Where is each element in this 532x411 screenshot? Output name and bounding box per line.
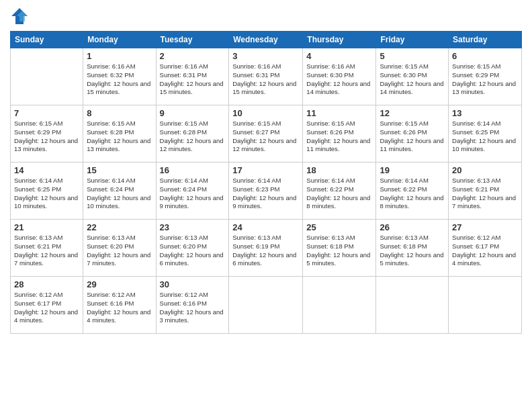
calendar-cell [376,277,449,334]
calendar-cell [11,48,83,105]
day-info: Sunrise: 6:16 AMSunset: 6:31 PMDaylight:… [160,62,226,97]
day-number: 15 [87,165,152,175]
weekday-sunday: Sunday [11,32,83,48]
day-info: Sunrise: 6:14 AMSunset: 6:24 PMDaylight:… [160,177,226,211]
day-info: Sunrise: 6:16 AMSunset: 6:32 PMDaylight:… [87,62,152,97]
day-number: 21 [14,222,79,232]
calendar-cell: 8Sunrise: 6:15 AMSunset: 6:28 PMDaylight… [83,105,156,163]
weekday-friday: Friday [376,32,449,48]
day-number: 26 [380,222,445,232]
page: SundayMondayTuesdayWednesdayThursdayFrid… [0,0,532,411]
day-info: Sunrise: 6:14 AMSunset: 6:22 PMDaylight:… [380,177,445,211]
week-row-1: 1Sunrise: 6:16 AMSunset: 6:32 PMDaylight… [11,48,522,105]
calendar-cell: 27Sunrise: 6:12 AMSunset: 6:17 PMDayligh… [449,220,522,277]
weekday-header-row: SundayMondayTuesdayWednesdayThursdayFrid… [11,32,522,48]
day-info: Sunrise: 6:15 AMSunset: 6:26 PMDaylight:… [380,120,445,154]
day-info: Sunrise: 6:15 AMSunset: 6:29 PMDaylight:… [14,120,79,154]
calendar-cell: 24Sunrise: 6:13 AMSunset: 6:19 PMDayligh… [229,220,303,277]
calendar-cell: 13Sunrise: 6:14 AMSunset: 6:25 PMDayligh… [449,105,522,163]
calendar-cell: 17Sunrise: 6:14 AMSunset: 6:23 PMDayligh… [229,163,303,220]
calendar-cell: 1Sunrise: 6:16 AMSunset: 6:32 PMDaylight… [83,48,156,105]
weekday-saturday: Saturday [449,32,522,48]
day-info: Sunrise: 6:13 AMSunset: 6:19 PMDaylight:… [232,234,299,268]
day-number: 17 [232,165,299,175]
day-info: Sunrise: 6:14 AMSunset: 6:22 PMDaylight:… [306,177,372,211]
day-info: Sunrise: 6:16 AMSunset: 6:31 PMDaylight:… [232,62,299,97]
day-info: Sunrise: 6:15 AMSunset: 6:27 PMDaylight:… [232,120,299,154]
calendar-cell [303,277,376,334]
calendar-cell: 9Sunrise: 6:15 AMSunset: 6:28 PMDaylight… [156,105,229,163]
calendar-cell: 6Sunrise: 6:15 AMSunset: 6:29 PMDaylight… [449,48,522,105]
calendar-cell: 30Sunrise: 6:12 AMSunset: 6:16 PMDayligh… [156,277,229,334]
calendar-cell: 19Sunrise: 6:14 AMSunset: 6:22 PMDayligh… [376,163,449,220]
day-number: 18 [306,165,372,175]
day-info: Sunrise: 6:15 AMSunset: 6:29 PMDaylight:… [452,62,518,97]
calendar-cell: 21Sunrise: 6:13 AMSunset: 6:21 PMDayligh… [11,220,83,277]
day-info: Sunrise: 6:13 AMSunset: 6:20 PMDaylight:… [87,234,152,268]
calendar-cell: 12Sunrise: 6:15 AMSunset: 6:26 PMDayligh… [376,105,449,163]
week-row-3: 14Sunrise: 6:14 AMSunset: 6:25 PMDayligh… [11,163,522,220]
day-info: Sunrise: 6:16 AMSunset: 6:30 PMDaylight:… [306,62,372,97]
day-number: 16 [160,165,226,175]
day-info: Sunrise: 6:12 AMSunset: 6:17 PMDaylight:… [14,291,79,325]
weekday-wednesday: Wednesday [229,32,303,48]
day-number: 5 [380,51,445,61]
day-info: Sunrise: 6:14 AMSunset: 6:25 PMDaylight:… [14,177,79,211]
day-info: Sunrise: 6:13 AMSunset: 6:18 PMDaylight:… [380,234,445,268]
day-number: 6 [452,51,518,61]
header [10,7,522,26]
calendar-cell [449,277,522,334]
calendar-cell: 18Sunrise: 6:14 AMSunset: 6:22 PMDayligh… [303,163,376,220]
day-number: 27 [452,222,518,232]
calendar-cell: 11Sunrise: 6:15 AMSunset: 6:26 PMDayligh… [303,105,376,163]
day-info: Sunrise: 6:12 AMSunset: 6:16 PMDaylight:… [87,291,152,325]
calendar-cell [229,277,303,334]
calendar: SundayMondayTuesdayWednesdayThursdayFrid… [10,31,522,334]
day-number: 8 [87,108,152,118]
weekday-tuesday: Tuesday [156,32,229,48]
calendar-cell: 10Sunrise: 6:15 AMSunset: 6:27 PMDayligh… [229,105,303,163]
calendar-cell: 25Sunrise: 6:13 AMSunset: 6:18 PMDayligh… [303,220,376,277]
day-number: 11 [306,108,372,118]
day-number: 22 [87,222,152,232]
weekday-thursday: Thursday [303,32,376,48]
day-number: 19 [380,165,445,175]
day-number: 4 [306,51,372,61]
day-info: Sunrise: 6:13 AMSunset: 6:21 PMDaylight:… [14,234,79,268]
logo-icon [10,7,29,26]
calendar-cell: 2Sunrise: 6:16 AMSunset: 6:31 PMDaylight… [156,48,229,105]
week-row-4: 21Sunrise: 6:13 AMSunset: 6:21 PMDayligh… [11,220,522,277]
calendar-cell: 28Sunrise: 6:12 AMSunset: 6:17 PMDayligh… [11,277,83,334]
day-number: 3 [232,51,299,61]
calendar-cell: 4Sunrise: 6:16 AMSunset: 6:30 PMDaylight… [303,48,376,105]
calendar-cell: 16Sunrise: 6:14 AMSunset: 6:24 PMDayligh… [156,163,229,220]
calendar-cell: 29Sunrise: 6:12 AMSunset: 6:16 PMDayligh… [83,277,156,334]
day-number: 28 [14,279,79,289]
calendar-cell: 3Sunrise: 6:16 AMSunset: 6:31 PMDaylight… [229,48,303,105]
day-info: Sunrise: 6:13 AMSunset: 6:18 PMDaylight:… [306,234,372,268]
day-info: Sunrise: 6:14 AMSunset: 6:23 PMDaylight:… [232,177,299,211]
day-number: 13 [452,108,518,118]
calendar-cell: 26Sunrise: 6:13 AMSunset: 6:18 PMDayligh… [376,220,449,277]
day-info: Sunrise: 6:12 AMSunset: 6:17 PMDaylight:… [452,234,518,268]
calendar-cell: 7Sunrise: 6:15 AMSunset: 6:29 PMDaylight… [11,105,83,163]
week-row-5: 28Sunrise: 6:12 AMSunset: 6:17 PMDayligh… [11,277,522,334]
calendar-cell: 5Sunrise: 6:15 AMSunset: 6:30 PMDaylight… [376,48,449,105]
day-info: Sunrise: 6:15 AMSunset: 6:28 PMDaylight:… [160,120,226,154]
day-number: 20 [452,165,518,175]
day-number: 23 [160,222,226,232]
day-info: Sunrise: 6:12 AMSunset: 6:16 PMDaylight:… [160,291,226,325]
calendar-cell: 23Sunrise: 6:13 AMSunset: 6:20 PMDayligh… [156,220,229,277]
day-number: 7 [14,108,79,118]
calendar-cell: 22Sunrise: 6:13 AMSunset: 6:20 PMDayligh… [83,220,156,277]
day-number: 9 [160,108,226,118]
day-info: Sunrise: 6:14 AMSunset: 6:24 PMDaylight:… [87,177,152,211]
day-number: 14 [14,165,79,175]
weekday-monday: Monday [83,32,156,48]
day-number: 29 [87,279,152,289]
day-info: Sunrise: 6:15 AMSunset: 6:30 PMDaylight:… [380,62,445,97]
day-number: 30 [160,279,226,289]
day-number: 1 [87,51,152,61]
day-number: 2 [160,51,226,61]
day-info: Sunrise: 6:13 AMSunset: 6:20 PMDaylight:… [160,234,226,268]
